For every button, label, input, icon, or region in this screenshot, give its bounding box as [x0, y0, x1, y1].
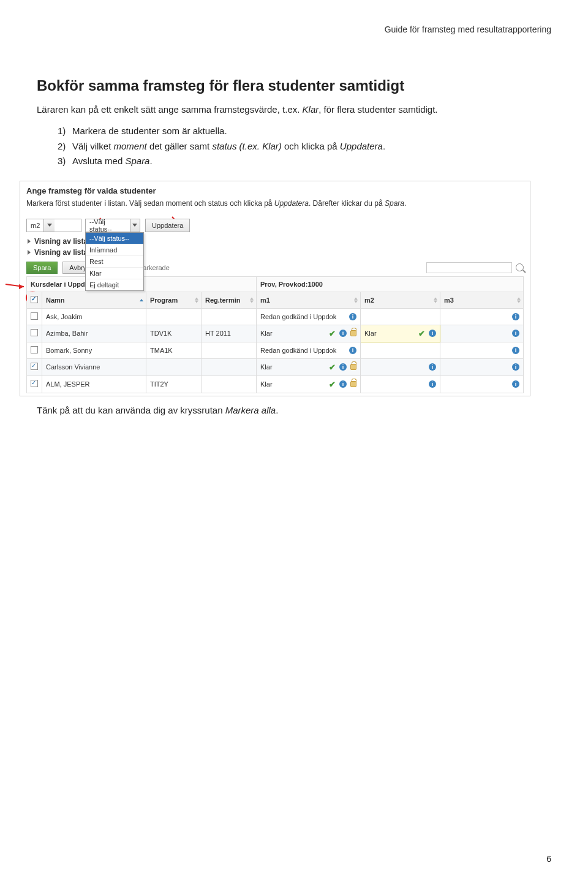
cell-m1: Klar✔ i	[257, 358, 361, 376]
cell-name: Ask, Joakim	[42, 308, 146, 325]
col-label: m1	[260, 296, 270, 304]
info-icon[interactable]: i	[512, 380, 519, 388]
step-text: Välj vilket	[72, 141, 114, 151]
info-icon[interactable]: i	[512, 330, 519, 337]
step-text: det gäller samt	[147, 141, 213, 151]
list-view-label: Visning av lista	[34, 248, 88, 257]
checkbox-icon[interactable]	[31, 312, 38, 320]
checkbox-icon[interactable]	[31, 329, 38, 336]
step-num: 2)	[58, 140, 72, 154]
partial-label: arkerade	[143, 264, 169, 271]
after-paragraph: Tänk på att du kan använda dig av kryssr…	[37, 405, 551, 415]
info-icon[interactable]: i	[339, 363, 347, 371]
search-input[interactable]	[426, 262, 512, 273]
table-row: Azimba, BahirTDV1KHT 2011Klar✔ i Klar✔ i…	[27, 325, 524, 342]
update-button[interactable]: Uppdatera	[145, 219, 190, 232]
cell-m1: Redan godkänd i Uppdoki	[257, 342, 361, 358]
cell-term: HT 2011	[202, 325, 257, 342]
step-text: .	[383, 141, 385, 151]
cell-program	[146, 358, 202, 376]
checkmark-icon: ✔	[418, 329, 425, 338]
list-view-label: Visning av lista	[34, 237, 88, 246]
cell-term	[202, 376, 257, 393]
caret-right-icon	[28, 239, 31, 244]
status-select[interactable]: --Välj status--	[85, 219, 140, 232]
cell-checkbox[interactable]	[27, 358, 42, 376]
step-num: 1)	[58, 124, 72, 138]
step-text: och klicka på	[282, 141, 340, 151]
after-text: .	[276, 405, 278, 415]
cell-checkbox[interactable]	[27, 308, 42, 325]
checkbox-icon[interactable]	[31, 296, 38, 303]
col-label: Reg.termin	[205, 296, 240, 304]
col-group-prov: Prov, Provkod:1000	[257, 276, 524, 292]
sort-icon	[195, 297, 198, 303]
col-checkbox[interactable]	[27, 292, 42, 308]
cell-term	[202, 358, 257, 376]
intro-text: Läraren kan på ett enkelt sätt ange samm…	[37, 104, 303, 115]
status-option[interactable]: Klar	[86, 268, 143, 279]
cell-checkbox[interactable]	[27, 376, 42, 393]
step-text: .	[149, 156, 152, 166]
moment-select[interactable]: m2	[26, 219, 81, 232]
col-label: Namn	[46, 296, 65, 304]
dropdown-caret-icon[interactable]	[43, 219, 55, 232]
cell-m2: i	[361, 358, 440, 376]
cell-term	[202, 342, 257, 358]
cell-m2	[361, 308, 440, 325]
cell-program	[146, 308, 202, 325]
table-row: Carlsson VivianneKlar✔ i ii	[27, 358, 524, 376]
doc-header: Guide för framsteg med resultatrapporter…	[37, 25, 551, 34]
info-icon[interactable]: i	[512, 313, 519, 320]
cell-checkbox[interactable]	[27, 325, 42, 342]
panel-instruction: Markera först studenter i listan. Välj s…	[26, 198, 524, 209]
search-icon[interactable]	[516, 263, 524, 271]
status-option[interactable]: Rest	[86, 256, 143, 268]
col-m2[interactable]: m2	[361, 292, 440, 308]
status-option[interactable]: Ej deltagit	[86, 279, 143, 290]
status-dropdown: --Välj status-- Inlämnad Rest Klar Ej de…	[85, 232, 144, 291]
cell-checkbox[interactable]	[27, 342, 42, 358]
info-icon[interactable]: i	[429, 380, 436, 388]
moment-select-value: m2	[27, 222, 43, 229]
instr-text: .	[404, 199, 406, 208]
col-name[interactable]: Namn	[42, 292, 146, 308]
cell-name: Carlsson Vivianne	[42, 358, 146, 376]
caret-right-icon	[28, 250, 31, 255]
table-row: Bomark, SonnyTMA1KRedan godkänd i Uppdok…	[27, 342, 524, 358]
table-row: ALM, JESPERTIT2YKlar✔ i ii	[27, 376, 524, 393]
checkbox-icon[interactable]	[31, 380, 38, 387]
col-program[interactable]: Program	[146, 292, 202, 308]
info-icon[interactable]: i	[512, 363, 519, 371]
col-m3[interactable]: m3	[440, 292, 524, 308]
info-icon[interactable]: i	[339, 330, 347, 337]
checkbox-icon[interactable]	[31, 363, 38, 370]
save-button[interactable]: Spara	[26, 262, 58, 274]
info-icon[interactable]: i	[349, 313, 356, 320]
after-italic: Markera alla	[225, 405, 276, 415]
cell-m1: Klar✔ i	[257, 325, 361, 342]
info-icon[interactable]: i	[349, 347, 356, 354]
status-option[interactable]: --Välj status--	[86, 233, 143, 244]
cell-name: Azimba, Bahir	[42, 325, 146, 342]
status-option[interactable]: Inlämnad	[86, 244, 143, 256]
info-icon[interactable]: i	[512, 347, 519, 354]
checkbox-icon[interactable]	[31, 346, 38, 353]
cell-m3: i	[440, 376, 524, 393]
col-label: m2	[364, 296, 374, 304]
step-italic: Uppdatera	[340, 141, 383, 151]
cell-m2: i	[361, 376, 440, 393]
col-m1[interactable]: m1	[257, 292, 361, 308]
info-icon[interactable]: i	[429, 330, 436, 337]
info-icon[interactable]: i	[429, 363, 436, 371]
col-label: m3	[444, 296, 454, 304]
info-icon[interactable]: i	[339, 380, 347, 388]
col-regtermin[interactable]: Reg.termin	[202, 292, 257, 308]
cell-program: TDV1K	[146, 325, 202, 342]
cell-m3: i	[440, 308, 524, 325]
lock-icon	[350, 381, 356, 387]
intro-after: , för flera studenter samtidigt.	[318, 104, 437, 115]
step-3: 3)Avsluta med Spara.	[58, 154, 551, 168]
after-text: Tänk på att du kan använda dig av kryssr…	[37, 405, 225, 415]
dropdown-caret-icon[interactable]	[130, 219, 140, 232]
